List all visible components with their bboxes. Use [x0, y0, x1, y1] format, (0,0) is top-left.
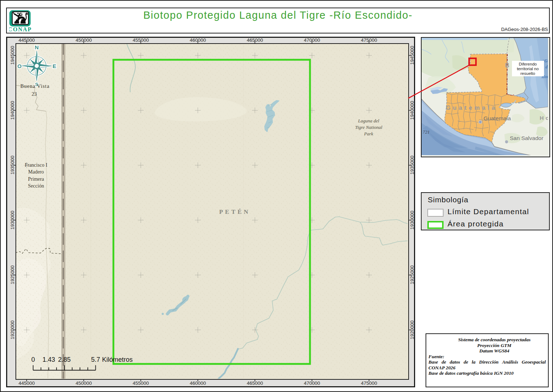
svg-text:territorial no: territorial no: [517, 67, 539, 71]
svg-text:721: 721: [423, 129, 430, 135]
svg-text:San Salvador: San Salvador: [510, 135, 543, 141]
svg-text:Diferendo: Diferendo: [519, 62, 537, 66]
svg-text:B: B: [505, 62, 509, 68]
svg-text:Guatemala: Guatemala: [484, 115, 511, 121]
svg-text:Ho: Ho: [540, 115, 548, 121]
svg-text:resuelto: resuelto: [521, 71, 535, 76]
svg-text:Gu: Gu: [544, 58, 548, 63]
svg-text:CONAP: CONAP: [9, 26, 32, 32]
svg-text:d: d: [545, 64, 548, 69]
svg-text:Guatemala: Guatemala: [446, 104, 498, 111]
